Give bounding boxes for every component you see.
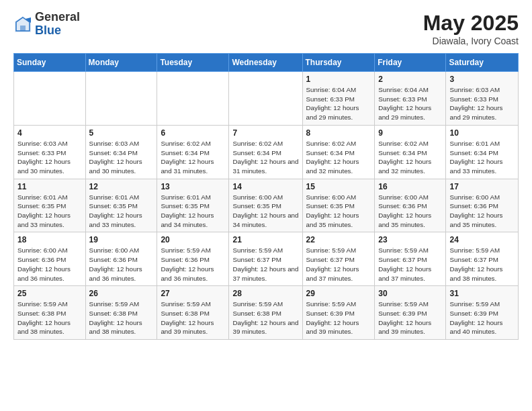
day-number: 7: [232, 128, 298, 138]
day-info: Sunrise: 6:02 AM Sunset: 6:34 PM Dayligh…: [378, 139, 442, 176]
day-number: 1: [306, 75, 371, 84]
day-number: 19: [89, 235, 154, 244]
day-info: Sunrise: 6:00 AM Sunset: 6:35 PM Dayligh…: [306, 193, 371, 230]
day-number: 25: [17, 289, 82, 298]
day-header-friday: Friday: [375, 54, 446, 72]
day-info: Sunrise: 6:04 AM Sunset: 6:33 PM Dayligh…: [306, 85, 371, 122]
day-number: 12: [89, 182, 154, 191]
calendar-week-1: 1Sunrise: 6:04 AM Sunset: 6:33 PM Daylig…: [14, 72, 519, 126]
day-number: 22: [306, 235, 371, 244]
month-year: May 2025: [423, 11, 519, 36]
day-info: Sunrise: 6:02 AM Sunset: 6:34 PM Dayligh…: [232, 139, 298, 176]
calendar-cell: 8Sunrise: 6:02 AM Sunset: 6:34 PM Daylig…: [302, 125, 375, 179]
day-number: 31: [449, 289, 515, 298]
calendar-cell: 12Sunrise: 6:01 AM Sunset: 6:35 PM Dayli…: [85, 179, 157, 232]
calendar-cell: 6Sunrise: 6:02 AM Sunset: 6:34 PM Daylig…: [157, 125, 229, 179]
day-header-tuesday: Tuesday: [157, 54, 229, 72]
day-info: Sunrise: 6:00 AM Sunset: 6:35 PM Dayligh…: [232, 193, 298, 230]
day-info: Sunrise: 5:59 AM Sunset: 6:38 PM Dayligh…: [232, 300, 298, 336]
calendar-cell: [157, 72, 229, 126]
day-number: 5: [89, 128, 154, 138]
day-number: 14: [232, 182, 298, 191]
day-number: 15: [306, 182, 371, 191]
day-info: Sunrise: 5:59 AM Sunset: 6:38 PM Dayligh…: [161, 300, 225, 336]
calendar-cell: [85, 72, 157, 126]
calendar-cell: 3Sunrise: 6:03 AM Sunset: 6:33 PM Daylig…: [446, 72, 519, 126]
logo-text: General Blue: [35, 11, 80, 38]
day-number: 29: [306, 289, 371, 298]
day-info: Sunrise: 6:02 AM Sunset: 6:34 PM Dayligh…: [161, 139, 225, 176]
location: Diawala, Ivory Coast: [423, 36, 519, 46]
calendar-week-3: 11Sunrise: 6:01 AM Sunset: 6:35 PM Dayli…: [14, 179, 519, 232]
calendar-cell: 10Sunrise: 6:01 AM Sunset: 6:34 PM Dayli…: [446, 125, 519, 179]
calendar-cell: 31Sunrise: 5:59 AM Sunset: 6:39 PM Dayli…: [446, 286, 519, 340]
calendar-cell: 15Sunrise: 6:00 AM Sunset: 6:35 PM Dayli…: [302, 179, 375, 232]
calendar-cell: 18Sunrise: 6:00 AM Sunset: 6:36 PM Dayli…: [14, 232, 86, 286]
day-number: 4: [17, 128, 82, 138]
calendar-week-2: 4Sunrise: 6:03 AM Sunset: 6:33 PM Daylig…: [14, 125, 519, 179]
calendar-cell: 29Sunrise: 5:59 AM Sunset: 6:39 PM Dayli…: [302, 286, 375, 340]
day-number: 28: [232, 289, 298, 298]
day-number: 6: [161, 128, 225, 138]
day-info: Sunrise: 6:00 AM Sunset: 6:36 PM Dayligh…: [449, 193, 515, 230]
calendar-cell: 27Sunrise: 5:59 AM Sunset: 6:38 PM Dayli…: [157, 286, 229, 340]
calendar-cell: [229, 72, 302, 126]
day-info: Sunrise: 6:03 AM Sunset: 6:33 PM Dayligh…: [449, 85, 515, 122]
header: General Blue May 2025 Diawala, Ivory Coa…: [13, 11, 519, 46]
day-info: Sunrise: 6:00 AM Sunset: 6:36 PM Dayligh…: [17, 246, 82, 283]
day-info: Sunrise: 6:04 AM Sunset: 6:33 PM Dayligh…: [378, 85, 442, 122]
logo-blue-text: Blue: [35, 24, 80, 38]
logo-general-text: General: [35, 11, 80, 24]
calendar-week-5: 25Sunrise: 5:59 AM Sunset: 6:38 PM Dayli…: [14, 286, 519, 340]
calendar-cell: [14, 72, 86, 126]
day-info: Sunrise: 5:59 AM Sunset: 6:37 PM Dayligh…: [232, 246, 298, 283]
calendar-cell: 14Sunrise: 6:00 AM Sunset: 6:35 PM Dayli…: [229, 179, 302, 232]
day-info: Sunrise: 5:59 AM Sunset: 6:39 PM Dayligh…: [449, 300, 515, 336]
day-number: 18: [17, 235, 82, 244]
day-info: Sunrise: 5:59 AM Sunset: 6:38 PM Dayligh…: [89, 300, 154, 336]
day-number: 2: [378, 75, 442, 84]
logo-icon: [13, 15, 32, 34]
calendar-cell: 25Sunrise: 5:59 AM Sunset: 6:38 PM Dayli…: [14, 286, 86, 340]
day-info: Sunrise: 5:59 AM Sunset: 6:37 PM Dayligh…: [378, 246, 442, 283]
calendar-cell: 22Sunrise: 5:59 AM Sunset: 6:37 PM Dayli…: [302, 232, 375, 286]
day-number: 27: [161, 289, 225, 298]
calendar-cell: 16Sunrise: 6:00 AM Sunset: 6:36 PM Dayli…: [375, 179, 446, 232]
day-number: 16: [378, 182, 442, 191]
page: General Blue May 2025 Diawala, Ivory Coa…: [0, 0, 532, 411]
day-info: Sunrise: 6:01 AM Sunset: 6:34 PM Dayligh…: [449, 139, 515, 176]
calendar-week-4: 18Sunrise: 6:00 AM Sunset: 6:36 PM Dayli…: [14, 232, 519, 286]
day-header-thursday: Thursday: [302, 54, 375, 72]
calendar-cell: 23Sunrise: 5:59 AM Sunset: 6:37 PM Dayli…: [375, 232, 446, 286]
calendar-cell: 26Sunrise: 5:59 AM Sunset: 6:38 PM Dayli…: [85, 286, 157, 340]
day-info: Sunrise: 6:00 AM Sunset: 6:36 PM Dayligh…: [89, 246, 154, 283]
day-info: Sunrise: 5:59 AM Sunset: 6:39 PM Dayligh…: [306, 300, 371, 336]
day-number: 10: [449, 128, 515, 138]
calendar: SundayMondayTuesdayWednesdayThursdayFrid…: [13, 53, 519, 340]
day-number: 9: [378, 128, 442, 138]
day-number: 26: [89, 289, 154, 298]
day-info: Sunrise: 6:01 AM Sunset: 6:35 PM Dayligh…: [89, 193, 154, 230]
day-number: 11: [17, 182, 82, 191]
day-number: 20: [161, 235, 225, 244]
day-header-wednesday: Wednesday: [229, 54, 302, 72]
day-info: Sunrise: 6:00 AM Sunset: 6:36 PM Dayligh…: [378, 193, 442, 230]
logo: General Blue: [13, 11, 80, 38]
calendar-cell: 2Sunrise: 6:04 AM Sunset: 6:33 PM Daylig…: [375, 72, 446, 126]
day-header-sunday: Sunday: [14, 54, 86, 72]
calendar-cell: 21Sunrise: 5:59 AM Sunset: 6:37 PM Dayli…: [229, 232, 302, 286]
day-info: Sunrise: 6:01 AM Sunset: 6:35 PM Dayligh…: [161, 193, 225, 230]
day-number: 21: [232, 235, 298, 244]
day-info: Sunrise: 6:01 AM Sunset: 6:35 PM Dayligh…: [17, 193, 82, 230]
title-block: May 2025 Diawala, Ivory Coast: [423, 11, 519, 46]
svg-rect-3: [20, 26, 26, 31]
day-header-monday: Monday: [85, 54, 157, 72]
day-number: 24: [449, 235, 515, 244]
day-header-saturday: Saturday: [446, 54, 519, 72]
day-info: Sunrise: 6:03 AM Sunset: 6:33 PM Dayligh…: [17, 139, 82, 176]
day-info: Sunrise: 5:59 AM Sunset: 6:37 PM Dayligh…: [306, 246, 371, 283]
day-number: 13: [161, 182, 225, 191]
day-info: Sunrise: 5:59 AM Sunset: 6:37 PM Dayligh…: [449, 246, 515, 283]
calendar-cell: 19Sunrise: 6:00 AM Sunset: 6:36 PM Dayli…: [85, 232, 157, 286]
day-info: Sunrise: 5:59 AM Sunset: 6:39 PM Dayligh…: [378, 300, 442, 336]
